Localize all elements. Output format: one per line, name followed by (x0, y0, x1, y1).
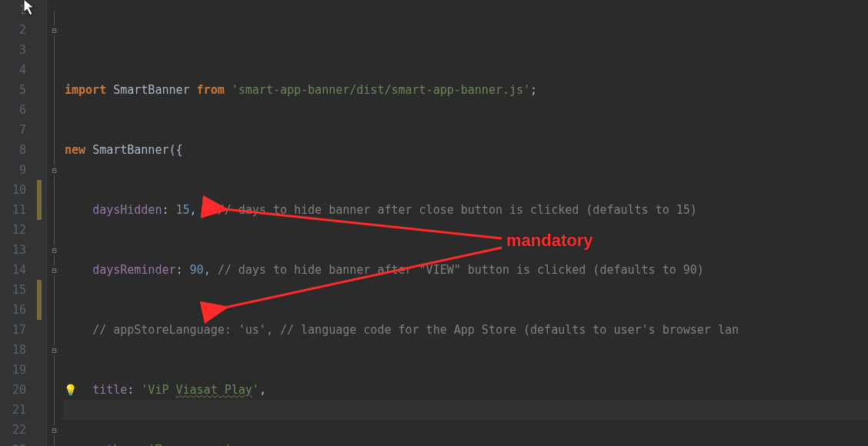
code-line[interactable]: title: 'ViP Viasat Play', (65, 380, 868, 400)
code-line[interactable]: daysReminder: 90, // days to hide banner… (65, 260, 868, 280)
annotation-overlay (63, 0, 868, 446)
line-number: 19 (0, 360, 26, 380)
line-number: 18 (0, 340, 26, 360)
change-marker[interactable] (37, 200, 42, 220)
line-number: 9 (0, 160, 26, 180)
line-number: 6 (0, 100, 26, 120)
change-marker[interactable] (37, 300, 42, 320)
line-number: 7 (0, 120, 26, 140)
fold-toggle-icon[interactable]: ⊟ (49, 345, 59, 355)
fold-toggle-icon[interactable]: ⊟ (49, 165, 59, 175)
line-number: 15 (0, 280, 26, 300)
line-number: 11 (0, 200, 26, 220)
line-number: 23 (0, 440, 26, 446)
change-marker[interactable] (37, 180, 42, 200)
fold-guide-line (54, 11, 55, 446)
line-number: 8 (0, 140, 26, 160)
line-number: 4 (0, 60, 26, 80)
code-line[interactable]: author: 'Приложение', (65, 440, 868, 446)
line-number: 21 (0, 400, 26, 420)
line-number-gutter: 1 2 3 4 5 6 7 8 9 10 11 12 13 14 15 16 1… (0, 0, 32, 446)
change-marker[interactable] (37, 280, 42, 300)
fold-toggle-icon[interactable]: ⊟ (49, 265, 59, 275)
line-number: 13 (0, 240, 26, 260)
code-line[interactable]: new SmartBanner({ (65, 140, 868, 160)
fold-toggle-icon[interactable]: ⊟ (49, 25, 59, 35)
annotation-label: mandatory (506, 231, 593, 251)
line-number: 12 (0, 220, 26, 240)
code-line[interactable]: daysHidden: 15, // days to hide banner a… (65, 200, 868, 220)
fold-toggle-icon[interactable]: ⊟ (49, 245, 59, 255)
code-area[interactable]: import SmartBanner from 'smart-app-banne… (63, 0, 868, 446)
code-line[interactable]: import SmartBanner from 'smart-app-banne… (65, 80, 868, 100)
line-number: 14 (0, 260, 26, 280)
line-number: 2 (0, 20, 26, 40)
line-number: 22 (0, 420, 26, 440)
line-number: 1 (0, 0, 26, 20)
fold-toggle-icon[interactable]: ⊟ (49, 425, 59, 435)
code-line[interactable]: // appStoreLanguage: 'us', // language c… (65, 320, 868, 340)
line-number: 20 (0, 380, 26, 400)
caret-line-highlight (63, 400, 868, 420)
line-number: 10 (0, 180, 26, 200)
code-editor[interactable]: 1 2 3 4 5 6 7 8 9 10 11 12 13 14 15 16 1… (0, 0, 868, 446)
change-marker-gutter (32, 0, 46, 446)
line-number: 5 (0, 80, 26, 100)
line-number: 17 (0, 320, 26, 340)
line-number: 3 (0, 40, 26, 60)
fold-gutter[interactable]: ⊟⊟⊟⊟⊟⊟ (46, 0, 63, 446)
line-number: 16 (0, 300, 26, 320)
